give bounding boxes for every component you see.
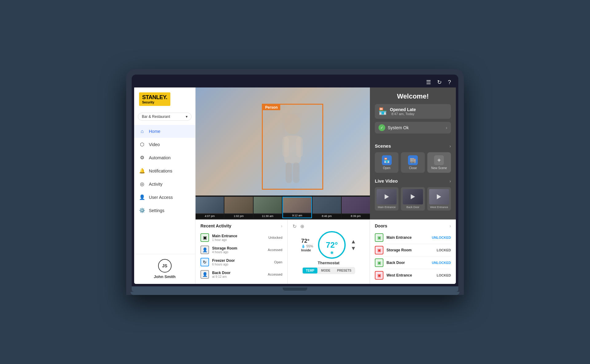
user-name: John Smith [154,274,176,279]
svg-rect-3 [296,137,303,157]
thumbnail-6[interactable]: 8:39 pm [342,197,370,218]
person-detection-box: Person [262,104,323,190]
activity-status-0: Unlocked [268,236,282,239]
activity-info-1: Storage Room 4 hours ago [212,246,265,254]
thumbnail-4[interactable]: 9:12 am [282,197,312,218]
welcome-title: Welcome! [375,92,451,100]
activity-panel-header: Recent Activity › [200,223,282,228]
nav-menu: ⌂ Home ⬡ Video ⚙ Automation 🔔 Notificati… [134,124,195,254]
thermo-tab-temp[interactable]: TEMP [303,268,317,273]
live-video-section: Live Video › Main Entrance [370,176,456,216]
laptop-base [130,292,460,295]
svg-rect-4 [285,162,292,183]
scene-new-btn[interactable]: + New Scene [427,152,451,173]
activity-icon-1: 👤 [200,246,209,254]
play-icon-main [385,194,389,199]
sidebar-item-user-access[interactable]: 👤 User Access [134,191,195,204]
play-icon-back [411,194,415,199]
live-thumb-img-west [429,189,449,204]
activity-status-2: Open [274,260,282,264]
nav-label-home: Home [149,129,160,134]
thumb-time-1: 4:07 pm [196,214,224,218]
thermo-down-btn[interactable]: ▼ [351,246,356,251]
door-status-1: LOCKED [437,248,451,252]
live-video-arrow[interactable]: › [449,179,451,184]
activity-status-1: Accessed [268,248,282,252]
thermo-circle: 72° ❄ [318,231,346,259]
thumb-time-2: 1:02 pm [224,214,253,218]
thumbnail-5[interactable]: 8:46 pm [312,197,341,218]
sidebar-item-activity[interactable]: ◎ Activity [134,177,195,191]
content-top: Person [196,87,456,219]
nav-label-activity: Activity [149,182,162,187]
door-name-2: Back Door [386,261,429,265]
nav-label-automation: Automation [149,155,171,160]
sidebar-item-video[interactable]: ⬡ Video [134,138,195,151]
nav-label-settings: Settings [149,208,165,213]
sidebar-item-automation[interactable]: ⚙ Automation [134,151,195,164]
scenes-arrow[interactable]: › [449,144,451,149]
activity-item-0: ▣ Main Entrance 1 hour ago Unlocked [200,231,282,244]
system-ok-arrow: › [446,125,447,130]
door-item-2[interactable]: ▣ Back Door UNLOCKED [375,257,451,269]
sidebar-item-home[interactable]: ⌂ Home [134,125,195,138]
door-item-0[interactable]: ▣ Main Entrance UNLOCKED [375,231,451,244]
thumb-time-5: 8:46 pm [312,214,341,218]
activity-time-0: 1 hour ago [212,238,265,242]
activity-name-3: Back Door [212,271,265,275]
filter-icon[interactable]: ☰ [426,79,431,86]
system-ok-row[interactable]: ✓ System Ok › [375,122,451,134]
live-camera-main[interactable]: Main Entrance [375,187,398,211]
thermo-temp-large: 72° [326,240,338,250]
doors-panel-arrow[interactable]: › [449,223,451,228]
scene-close-btn[interactable]: 🏬 Close [401,152,425,173]
play-icon-west [437,194,441,199]
right-panel: Welcome! 🏪 Opened Late 8:47 am, Today [370,87,456,219]
location-selector[interactable]: Bar & Restaurant ▾ [138,113,192,121]
scenes-header: Scenes › [370,141,456,150]
location-name: Bar & Restaurant [142,114,170,119]
live-camera-back[interactable]: Back Door [401,187,425,211]
activity-panel-arrow[interactable]: › [281,223,282,228]
thermo-tab-mode[interactable]: MODE [318,268,333,273]
logo-box: STANLEY. Security [139,92,170,106]
door-item-1[interactable]: ▣ Storage Room LOCKED [375,244,451,257]
thermo-temp-small: 72° [301,238,313,244]
live-camera-main-label: Main Entrance [378,206,396,209]
humidity-value: 💧 55% [301,244,313,248]
scene-open-btn[interactable]: 🏪 Open [375,152,398,173]
thermo-tab-presets[interactable]: PRESETS [334,268,355,273]
thumbnail-2[interactable]: 1:02 pm [224,197,253,218]
video-section: Person [196,87,370,219]
snowflake-icon: ❄ [330,251,333,255]
thermo-label: Thermostat [318,261,340,265]
sidebar-item-notifications[interactable]: 🔔 Notifications [134,164,195,177]
activity-time-2: 6 hours ago [212,263,271,266]
refresh-icon[interactable]: ↻ [437,79,442,86]
laptop-bottom [132,286,458,292]
thermo-up-btn[interactable]: ▲ [351,239,356,244]
live-thumb-img-back [403,189,423,204]
alert-icon: 🏪 [378,107,387,115]
thermo-info: 72° 💧 55% Inside [301,238,313,252]
activity-panel-title: Recent Activity [200,223,231,228]
sidebar-user: JS John Smith [134,254,195,284]
activity-time-3: at 9:12 am [212,275,265,278]
scene-close-label: Close [409,166,417,170]
video-thumbnails: 4:07 pm 1:02 pm 11:30 am [196,196,370,219]
activity-name-2: Freezer Door [212,258,271,263]
door-name-1: Storage Room [386,248,434,252]
doors-panel-header: Doors › [375,223,451,228]
sidebar: STANLEY. Security Bar & Restaurant ▾ ⌂ H… [134,87,196,284]
live-camera-west[interactable]: West Entrance [427,187,451,211]
help-icon[interactable]: ? [448,79,451,86]
sidebar-item-settings[interactable]: ⚙️ Settings [134,204,195,217]
thumbnail-1[interactable]: 4:07 pm [196,197,224,218]
door-item-3[interactable]: ▣ West Entrance LOCKED [375,269,451,281]
user-access-icon: 👤 [139,194,145,200]
thumbnail-3[interactable]: 11:30 am [254,197,282,218]
thermo-arrows: ▲ ▼ [351,239,356,251]
video-feed[interactable]: Person [196,87,370,196]
activity-item-2: ↻ Freezer Door 6 hours ago Open [200,256,282,268]
scene-close-icon: 🏬 [408,155,418,165]
